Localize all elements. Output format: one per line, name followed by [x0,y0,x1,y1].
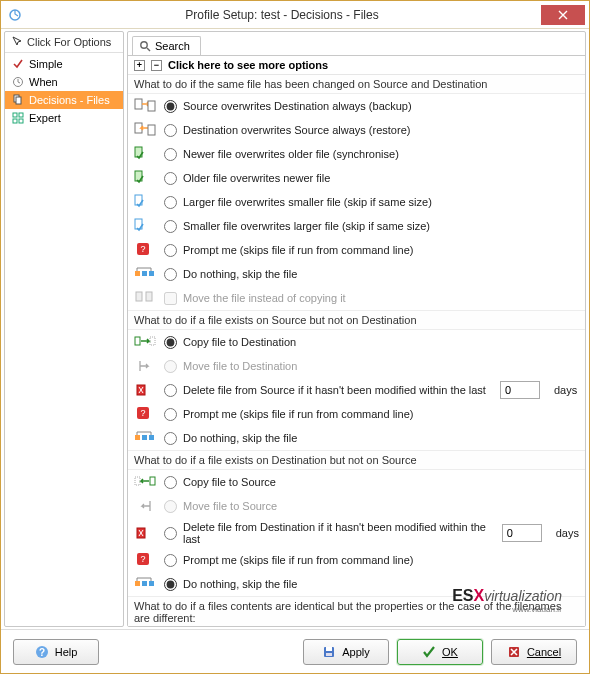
smaller-icon [134,217,156,235]
radio[interactable] [164,432,177,445]
option-larger-overwrites[interactable]: Larger file overwrites smaller file (ski… [128,190,585,214]
option-skip-3[interactable]: Do nothing, skip the file [128,572,585,596]
svg-rect-30 [142,435,147,440]
option-move-instead: Move the file instead of copying it [128,286,585,310]
sidebar-item-when[interactable]: When [5,73,123,91]
days-label: days [554,384,577,396]
svg-text:?: ? [140,244,145,254]
radio[interactable] [164,100,177,113]
window-title: Profile Setup: test - Decisions - Files [23,8,541,22]
svg-text:?: ? [140,408,145,418]
radio[interactable] [164,554,177,567]
option-dst-overwrites-src[interactable]: Destination overwrites Source always (re… [128,118,585,142]
radio[interactable] [164,148,177,161]
svg-rect-38 [142,581,147,586]
svg-rect-6 [13,119,17,123]
radio[interactable] [164,408,177,421]
move-right-icon [134,357,156,375]
window-titlebar: Profile Setup: test - Decisions - Files [1,1,589,29]
collapse-icon[interactable]: − [151,60,162,71]
help-icon: ? [35,645,49,659]
radio[interactable] [164,384,177,397]
option-prompt-3[interactable]: ? Prompt me (skips file if run from comm… [128,548,585,572]
close-icon [558,10,568,20]
svg-rect-32 [150,477,155,485]
prompt-icon: ? [134,241,156,259]
svg-rect-7 [19,119,23,123]
radio[interactable] [164,244,177,257]
copy-left-green-icon [134,473,156,491]
option-older-overwrites[interactable]: Older file overwrites newer file [128,166,585,190]
skip-icon [134,575,156,593]
options-scroll[interactable]: What to do if the same file has been cha… [128,75,585,626]
sidebar-item-simple[interactable]: Simple [5,55,123,73]
option-prompt-1[interactable]: ? Prompt me (skips file if run from comm… [128,238,585,262]
check-icon [422,645,436,659]
tab-strip: Search [128,32,585,56]
days-src-input[interactable] [500,381,540,399]
clock-icon [11,75,25,89]
sync-older-icon [134,169,156,187]
svg-point-8 [141,42,147,48]
radio[interactable] [164,172,177,185]
tab-search[interactable]: Search [132,36,201,55]
days-dst-input[interactable] [502,524,542,542]
option-delete-dst[interactable]: Delete file from Destination if it hasn'… [128,518,585,548]
option-delete-src[interactable]: Delete file from Source if it hasn't bee… [128,378,585,402]
radio[interactable] [164,476,177,489]
content-panel: Search + − Click here to see more option… [127,31,586,627]
radio[interactable] [164,196,177,209]
svg-rect-23 [146,292,152,301]
move-icon [134,289,156,307]
button-label: Apply [342,646,370,658]
help-button[interactable]: ? Help [13,639,99,665]
cancel-button[interactable]: Cancel [491,639,577,665]
button-label: Cancel [527,646,561,658]
sync-newer-icon [134,145,156,163]
app-icon [7,7,23,23]
svg-rect-20 [142,271,147,276]
svg-rect-12 [148,125,155,135]
option-newer-overwrites[interactable]: Newer file overwrites older file (synchr… [128,142,585,166]
radio[interactable] [164,220,177,233]
radio[interactable] [164,578,177,591]
svg-rect-31 [149,435,154,440]
sidebar-item-expert[interactable]: Expert [5,109,123,127]
radio [164,360,177,373]
option-prompt-2[interactable]: ? Prompt me (skips file if run from comm… [128,402,585,426]
delete-icon [134,524,156,542]
sidebar: Click For Options Simple When Decisions … [4,31,124,627]
svg-rect-29 [135,435,140,440]
sidebar-item-decisions-files[interactable]: Decisions - Files [5,91,123,109]
radio[interactable] [164,336,177,349]
radio[interactable] [164,124,177,137]
apply-button[interactable]: Apply [303,639,389,665]
section-header-src-only: What to do if a file exists on Source bu… [128,310,585,330]
section-header-same-file: What to do if the same file has been cha… [128,75,585,94]
radio[interactable] [164,268,177,281]
more-options-bar[interactable]: + − Click here to see more options [128,56,585,75]
pointer-icon [11,36,23,48]
copy-right-green-icon [134,333,156,351]
svg-rect-21 [149,271,154,276]
option-smaller-overwrites[interactable]: Smaller file overwrites larger file (ski… [128,214,585,238]
option-src-overwrites-dst[interactable]: Source overwrites Destination always (ba… [128,94,585,118]
close-button[interactable] [541,5,585,25]
option-skip-2[interactable]: Do nothing, skip the file [128,426,585,450]
option-copy-to-dst[interactable]: Copy file to Destination [128,330,585,354]
option-skip-1[interactable]: Do nothing, skip the file [128,262,585,286]
sidebar-header-label: Click For Options [27,36,111,48]
days-label: days [556,527,579,539]
search-icon [139,40,151,52]
radio[interactable] [164,527,177,540]
save-icon [322,645,336,659]
ok-button[interactable]: OK [397,639,483,665]
checkbox [164,292,177,305]
svg-rect-4 [13,113,17,117]
option-copy-to-src[interactable]: Copy file to Source [128,470,585,494]
svg-rect-22 [136,292,142,301]
expand-icon[interactable]: + [134,60,145,71]
radio [164,500,177,513]
svg-text:?: ? [140,554,145,564]
prompt-icon: ? [134,551,156,569]
